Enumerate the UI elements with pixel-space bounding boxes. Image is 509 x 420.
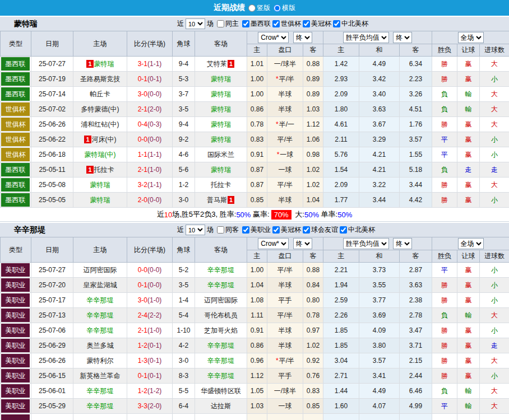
league-filter-checkbox[interactable] <box>272 20 280 27</box>
full-score: 0-0 <box>138 136 147 143</box>
result-outcome: 勝 <box>432 278 457 293</box>
result-handicap: 輸 <box>457 87 480 102</box>
league-filter-checkbox[interactable] <box>303 20 310 27</box>
league-filter-option[interactable]: 美职业 <box>240 225 271 235</box>
home-team: 圣路易斯竞技 <box>73 72 127 87</box>
corner-score: 3-0 <box>173 193 195 208</box>
euro-draw-odds: 4.49 <box>359 384 400 399</box>
team-label: 蒙特瑞 <box>90 196 110 204</box>
away-team: 托拉卡 <box>195 178 247 193</box>
fulltime-select[interactable]: 全场 <box>458 238 484 249</box>
asian-handicap: 平/半 <box>267 178 303 193</box>
euro-final-select[interactable]: 终 <box>393 238 412 249</box>
league-cell: 墨西联 <box>1 178 31 193</box>
team-label: 帕丘卡 <box>90 90 110 98</box>
league-cell: 美职业 <box>1 308 31 323</box>
league-filter-option[interactable]: 美冠杯 <box>271 225 301 235</box>
asian-home-odds: 0.86 <box>247 338 267 353</box>
match-date: 25-07-17 <box>31 293 73 308</box>
same-venue-option[interactable]: 同客 <box>215 225 239 235</box>
layout-option-vertical[interactable]: 竖版 <box>248 3 270 13</box>
same-venue-checkbox[interactable] <box>217 226 224 234</box>
match-date <box>31 414 73 420</box>
same-venue-checkbox[interactable] <box>217 20 224 27</box>
layout-radio[interactable] <box>274 4 281 12</box>
match-row <box>1 414 509 420</box>
euro-average-select[interactable]: 胜平负均值 <box>343 238 389 249</box>
same-venue-option[interactable]: 同主 <box>215 19 239 29</box>
league-cell: 世俱杯 <box>1 147 31 162</box>
corner-score: 3-5 <box>173 278 195 293</box>
league-filter-checkbox[interactable] <box>303 226 310 234</box>
league-filter-checkbox[interactable] <box>340 226 347 234</box>
asian-away-odds: 0.98 <box>303 147 323 162</box>
league-cell: 美职业 <box>1 384 31 399</box>
corner-score <box>173 414 195 420</box>
euro-draw-odds: 3.77 <box>359 293 400 308</box>
asian-handicap: 一/球半 <box>267 384 303 399</box>
result-handicap: 赢 <box>457 368 480 384</box>
asian-final-select[interactable]: 终 <box>293 32 312 43</box>
corner-score: 9-4 <box>173 117 195 132</box>
league-filter-checkbox[interactable] <box>242 226 249 234</box>
home-team: 皇家盐湖城 <box>73 278 127 293</box>
away-team: 蒙特瑞 <box>195 102 247 117</box>
league-filter-option[interactable]: 中北美杯 <box>338 225 375 235</box>
summary-row: 近10场,胜5平2负3, 胜率:50% 赢率:70% 大:50% 单率:50% <box>0 208 509 222</box>
col-result-handicap: 让球 <box>457 250 480 263</box>
corner-score: 3-7 <box>173 87 195 102</box>
league-badge: 世俱杯 <box>1 148 30 161</box>
asian-home-odds: 1.00 <box>247 263 267 278</box>
half-score: (0-3) <box>147 120 161 128</box>
league-filter-label: 美冠杯 <box>281 225 301 235</box>
team-name: 蒙特瑞 <box>14 19 38 29</box>
bookmaker-select[interactable]: Crow* <box>258 32 289 43</box>
fulltime-select[interactable]: 全场 <box>458 32 484 43</box>
team-label: 蒙特瑞 <box>211 166 231 174</box>
team-label: 辛辛那堤 <box>207 372 234 380</box>
match-row: 美职业 25-05-29 辛辛那堤 3-3(2-0) 6-4 达拉斯 1.03 … <box>1 399 509 414</box>
result-outcome: 勝 <box>432 293 457 308</box>
away-team: 迈阿密国际 <box>195 293 247 308</box>
league-filter-option[interactable]: 中北美杯 <box>331 19 368 29</box>
home-team: 奥兰多城 <box>73 338 127 353</box>
match-count-select[interactable]: 10 <box>186 225 205 235</box>
asian-final-select[interactable]: 终 <box>293 238 312 249</box>
bookmaker-select[interactable]: Crow* <box>258 238 289 249</box>
euro-draw-odds: 3.67 <box>359 117 400 132</box>
asian-handicap: *一球 <box>267 147 303 162</box>
euro-average-select[interactable]: 胜平负均值 <box>343 32 389 43</box>
asian-handicap: 平/半 <box>267 263 303 278</box>
asian-away-odds: 0.85 <box>303 399 323 414</box>
league-filter-label: 中北美杯 <box>348 225 375 235</box>
away-team: 蒙特瑞 <box>195 132 247 147</box>
euro-final-select[interactable]: 终 <box>393 32 412 43</box>
asian-home-odds: 0.83 <box>247 132 267 147</box>
league-filter-option[interactable]: 世俱杯 <box>271 19 301 29</box>
league-badge: 墨西联 <box>1 193 30 207</box>
league-filter-option[interactable]: 美冠杯 <box>301 19 331 29</box>
league-badge: 美职业 <box>1 278 30 292</box>
score-cell: 2-1(1-0) <box>127 162 173 178</box>
team-label: 蒙特瑞 <box>94 60 114 68</box>
league-filter-checkbox[interactable] <box>333 20 340 27</box>
team-label: 辛辛那堤 <box>87 296 114 304</box>
league-cell: 墨西联 <box>1 193 31 208</box>
league-filter-checkbox[interactable] <box>242 20 249 27</box>
euro-home-odds: 1.85 <box>323 323 359 338</box>
match-count-select[interactable]: 10 <box>186 18 205 29</box>
half-score: (0-0) <box>147 136 161 143</box>
league-filter-option[interactable]: 球会友谊 <box>301 225 338 235</box>
asian-home-odds: 0.91 <box>247 147 267 162</box>
layout-radio[interactable] <box>248 4 256 12</box>
league-filter-option[interactable]: 墨西联 <box>240 19 271 29</box>
league-badge: 墨西联 <box>1 57 30 71</box>
result-handicap <box>457 414 480 420</box>
league-filter-checkbox[interactable] <box>272 226 280 234</box>
euro-odds-group-header: 胜平负均值 终 <box>323 237 432 250</box>
league-badge: 美职业 <box>1 309 30 322</box>
asian-handicap: 一/球半 <box>267 57 303 72</box>
layout-option-horizontal[interactable]: 横版 <box>274 3 295 13</box>
away-team: 辛辛那堤 <box>195 353 247 368</box>
result-group-header: 全场 <box>432 31 509 44</box>
